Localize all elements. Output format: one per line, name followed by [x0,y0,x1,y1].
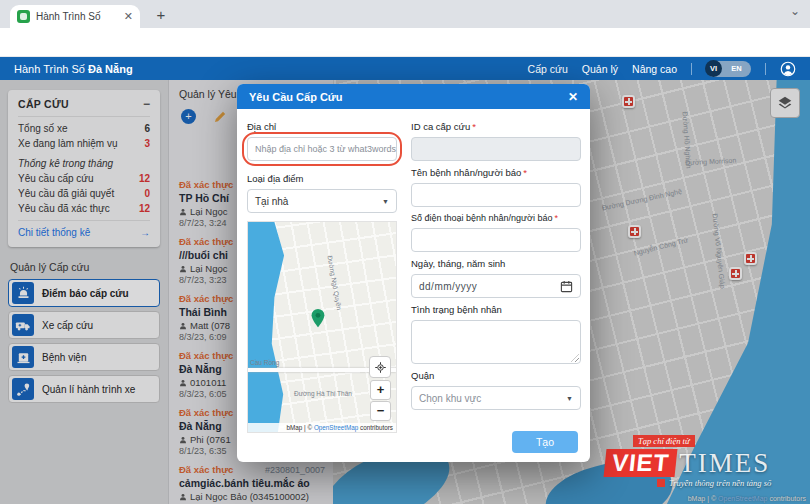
case-id-label: ID ca cấp cứu* [411,121,581,132]
required-mark: * [472,121,476,132]
phone-label-text: Số điện thoại bệnh nhân/người báo [411,213,553,223]
screen: Hành Trình Số ✕ + ⌄ ← → ↻ dashboard-dana… [0,0,810,504]
close-icon[interactable]: ✕ [568,90,578,104]
watermark-tagline: Truyền thông trên nền tảng số [669,478,771,488]
language-toggle[interactable]: VI EN [706,61,751,77]
modal-title: Yêu Cầu Cấp Cứu [249,91,343,103]
district-select[interactable]: Chọn khu vực ▼ [411,386,581,410]
resize-grip-icon[interactable] [571,354,579,362]
emergency-request-modal: Yêu Cầu Cấp Cứu ✕ Địa chỉ Nhập địa chỉ h… [237,84,590,462]
language-en[interactable]: EN [722,64,751,73]
condition-textarea[interactable] [411,320,581,364]
modal-map-attribution: bMap | © OpenStreetMap contributors [248,423,396,432]
required-mark: * [555,213,559,223]
watermark-brand-serif: TIMES [679,449,770,477]
patient-name-label-text: Tên bệnh nhân/người báo [411,167,521,178]
modal-footer: Tạo [512,431,578,453]
nav-nangcao[interactable]: Nâng cao [632,63,677,75]
zoom-out-button[interactable]: − [370,401,391,421]
bridge-label: Cầu Rồng [250,359,279,366]
attribution-link[interactable]: OpenStreetMap [314,424,358,431]
tab-title: Hành Trình Số [36,11,118,22]
chevron-down-icon: ▼ [382,198,389,205]
attribution-suffix: contributors [358,424,393,431]
condition-label: Tình trạng bệnh nhân [411,304,581,315]
location-pin-icon[interactable] [310,308,326,333]
tabstrip-chevron-icon[interactable]: ⌄ [790,4,800,18]
modal-body: Địa chỉ Nhập địa chỉ hoặc 3 từ what3word… [237,109,590,433]
app-title-city: Đà Nẵng [88,63,133,75]
location-type-select[interactable]: Tại nhà ▼ [247,189,397,213]
language-vi[interactable]: VI [705,60,722,77]
modal-left-column: Địa chỉ Nhập địa chỉ hoặc 3 từ what3word… [247,115,397,433]
tab-favicon-icon [17,10,30,23]
watermark-brand-red: VIET [604,449,678,477]
create-button[interactable]: Tạo [512,431,578,453]
user-avatar-icon[interactable] [780,61,796,77]
header-separator [765,63,766,75]
new-tab-button[interactable]: + [150,4,172,26]
browser-urlbar: ← → ↻ dashboard-danang.bsmart.city ☆ 16 … [0,28,810,57]
district-label: Quận [411,370,581,381]
watermark-square-icon [657,479,665,487]
tab-close-icon[interactable]: ✕ [124,10,133,23]
browser-tab[interactable]: Hành Trình Số ✕ [10,5,140,28]
address-highlight-ring: Nhập địa chỉ hoặc 3 từ what3words [247,137,397,161]
phone-label: Số điện thoại bệnh nhân/người báo* [411,213,581,223]
nav-capcuu[interactable]: Cấp cứu [528,63,568,75]
case-id-label-text: ID ca cấp cứu [411,121,470,132]
dob-input[interactable]: dd/mm/yyyy [411,274,581,298]
required-mark: * [523,167,527,178]
address-input[interactable]: Nhập địa chỉ hoặc 3 từ what3words [247,137,397,161]
browser-tabstrip: Hành Trình Số ✕ + ⌄ [0,0,810,28]
dob-label: Ngày, tháng, năm sinh [411,258,581,269]
address-placeholder: Nhập địa chỉ hoặc 3 từ what3words [255,144,396,154]
calendar-icon[interactable] [560,280,573,293]
nav-quanly[interactable]: Quản lý [582,63,618,75]
watermark-top-label: Tạp chí điện tử [633,435,695,447]
phone-input[interactable] [411,228,581,252]
app-nav: Cấp cứu Quản lý Nâng cao VI EN [528,61,796,77]
app-title-prefix: Hành Trình Số [14,63,85,75]
modal-map[interactable]: Cầu Rồng Đường Ngô Quyền Đường Hà Thị Th… [247,221,397,433]
location-type-value: Tại nhà [255,196,288,207]
street-label: Đường Hà Thị Thân [294,390,352,397]
header-separator [691,63,692,75]
app-header: Hành Trình Số Đà Nẵng Cấp cứu Quản lý Nâ… [0,57,810,80]
chevron-down-icon: ▼ [566,395,573,402]
patient-name-input[interactable] [411,183,581,207]
zoom-in-button[interactable]: + [370,380,391,400]
case-id-input[interactable] [411,137,581,161]
dob-value: dd/mm/yyyy [419,281,477,292]
modal-header: Yêu Cầu Cấp Cứu ✕ [237,84,590,109]
locate-button[interactable] [369,356,391,378]
location-type-label: Loại địa điểm [247,173,397,184]
patient-name-label: Tên bệnh nhân/người báo* [411,167,581,178]
viettimes-watermark: Tạp chí điện tử VIET TIMES Truyền thông … [605,430,800,488]
attribution-prefix: bMap | © [287,424,314,431]
address-label: Địa chỉ [247,121,397,132]
district-placeholder: Chọn khu vực [419,393,481,404]
app-title: Hành Trình Số Đà Nẵng [14,63,133,75]
crosshair-icon [374,361,387,374]
modal-right-column: ID ca cấp cứu* Tên bệnh nhân/người báo* … [411,115,581,433]
